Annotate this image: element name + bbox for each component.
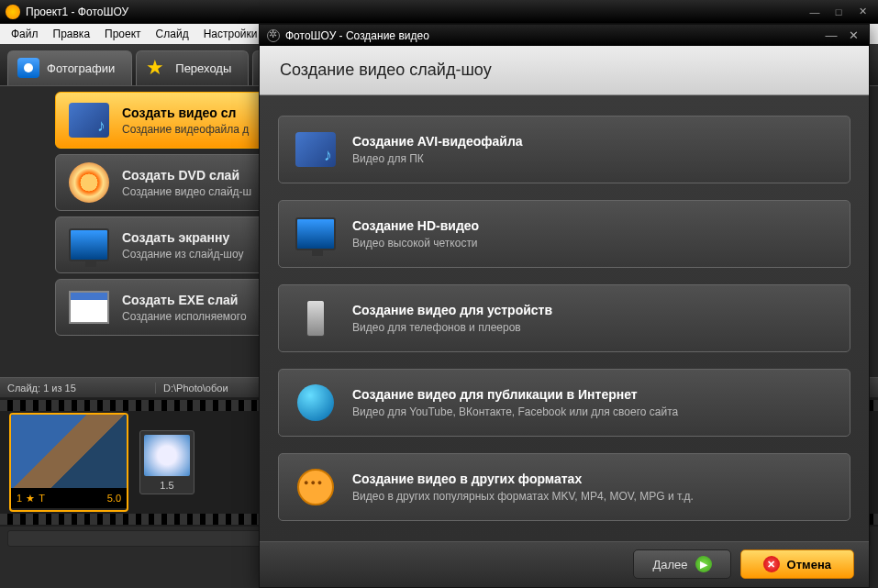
film-music-icon xyxy=(295,132,336,167)
tab-label: Фотографии xyxy=(47,61,115,75)
card-desc: Создание из слайд-шоу xyxy=(122,248,244,261)
close-button[interactable]: ✕ xyxy=(852,5,872,19)
menu-edit[interactable]: Правка xyxy=(46,26,98,42)
card-title: Создать DVD слай xyxy=(122,168,251,183)
card-desc: Создание видеофайла д xyxy=(122,123,249,136)
next-label: Далее xyxy=(652,558,687,571)
cancel-button[interactable]: ✕ Отмена xyxy=(740,549,854,579)
text-icon: T xyxy=(39,493,45,505)
card-title: Создать EXE слай xyxy=(122,293,247,307)
star-icon: ★ xyxy=(26,493,35,505)
transition-preview xyxy=(144,435,190,476)
menu-project[interactable]: Проект xyxy=(97,26,149,42)
option-desc: Видео в других популярных форматах MKV, … xyxy=(352,490,694,503)
option-title: Создание видео для устройств xyxy=(352,303,552,317)
option-title: Создание видео для публикации в Интернет xyxy=(352,387,678,402)
option-desc: Видео высокой четкости xyxy=(352,237,479,250)
slide-counter: Слайд: 1 из 15 xyxy=(0,383,156,394)
dialog-header: Создание видео слайд-шоу xyxy=(260,46,869,95)
dialog-footer: Далее ▶ ✕ Отмена xyxy=(260,541,869,587)
menu-settings[interactable]: Настройки xyxy=(196,26,265,42)
dialog-titlebar: ФотоШОУ - Создание видео — ✕ xyxy=(260,25,869,46)
slide-duration: 5.0 xyxy=(107,493,121,504)
window-title: Проект1 - ФотоШОУ xyxy=(26,6,128,18)
slide-thumbnail[interactable]: 1 ★ T 5.0 xyxy=(9,413,128,512)
cancel-label: Отмена xyxy=(787,558,831,571)
create-video-dialog: ФотоШОУ - Создание видео — ✕ Создание ви… xyxy=(259,24,870,588)
app-icon xyxy=(6,5,20,19)
option-other-formats[interactable]: Создание видео в других форматах Видео в… xyxy=(278,453,850,521)
window-icon xyxy=(69,291,109,324)
film-reel-icon xyxy=(297,469,334,505)
main-titlebar: Проект1 - ФотоШОУ — □ ✕ xyxy=(0,0,878,24)
transition-thumbnail[interactable]: 1.5 xyxy=(139,430,194,494)
maximize-button[interactable]: □ xyxy=(828,5,849,19)
option-hd[interactable]: Создание HD-видео Видео высокой четкости xyxy=(278,200,850,268)
monitor-icon xyxy=(295,217,336,250)
option-title: Создание видео в других форматах xyxy=(352,472,694,486)
phone-icon xyxy=(306,300,325,337)
tab-transitions[interactable]: Переходы xyxy=(136,50,249,85)
option-title: Создание AVI-видеофайла xyxy=(352,134,523,149)
close-circle-icon: ✕ xyxy=(763,556,780,572)
star-icon xyxy=(146,58,168,78)
option-desc: Видео для YouTube, ВКонтакте, Facebook и… xyxy=(352,405,678,418)
camera-icon xyxy=(17,58,39,78)
option-devices[interactable]: Создание видео для устройств Видео для т… xyxy=(278,284,850,352)
card-desc: Создание видео слайд-ш xyxy=(122,185,251,198)
slide-preview-image xyxy=(11,415,127,488)
path-display: D:\Photo\обои xyxy=(156,383,236,394)
menu-slide[interactable]: Слайд xyxy=(149,26,196,42)
option-avi[interactable]: Создание AVI-видеофайла Видео для ПК xyxy=(278,116,850,183)
option-internet[interactable]: Создание видео для публикации в Интернет… xyxy=(278,369,850,437)
monitor-icon xyxy=(69,228,109,261)
option-desc: Видео для телефонов и плееров xyxy=(352,321,552,334)
next-button[interactable]: Далее ▶ xyxy=(633,549,730,579)
tab-label: Переходы xyxy=(175,61,231,75)
video-icon xyxy=(69,103,109,138)
dialog-body: Создание AVI-видеофайла Видео для ПК Соз… xyxy=(260,95,869,541)
dialog-heading: Создание видео слайд-шоу xyxy=(280,61,492,80)
globe-icon xyxy=(297,384,334,421)
arrow-right-icon: ▶ xyxy=(695,556,712,572)
card-title: Создать экранну xyxy=(122,230,244,245)
option-title: Создание HD-видео xyxy=(352,218,479,233)
dialog-title: ФотоШОУ - Создание видео xyxy=(285,29,429,42)
card-title: Создать видео сл xyxy=(122,105,249,120)
transition-duration: 1.5 xyxy=(160,480,173,491)
tab-photos[interactable]: Фотографии xyxy=(7,50,132,85)
dialog-app-icon xyxy=(267,29,280,42)
slide-number: 1 xyxy=(17,493,22,505)
dvd-icon xyxy=(69,162,109,203)
dialog-close-button[interactable]: ✕ xyxy=(845,28,861,42)
card-desc: Создание исполняемого xyxy=(122,310,247,323)
menu-file[interactable]: Файл xyxy=(4,26,46,42)
dialog-minimize-button[interactable]: — xyxy=(823,28,839,42)
option-desc: Видео для ПК xyxy=(352,152,523,165)
minimize-button[interactable]: — xyxy=(805,5,825,19)
